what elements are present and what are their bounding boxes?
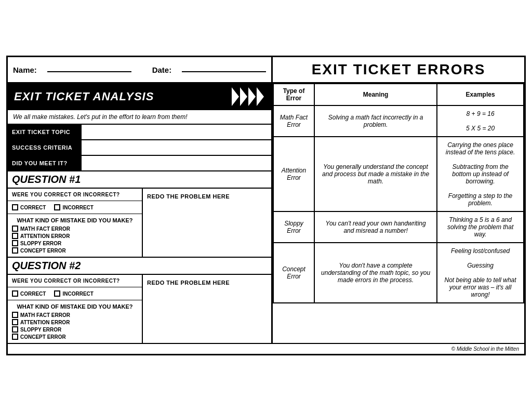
- q2-incorrect-sq: [54, 290, 60, 297]
- q1-correct-checkbox[interactable]: Correct: [12, 204, 46, 210]
- question1-redo[interactable]: Redo the Problem Here: [143, 189, 271, 257]
- table-row: Sloppy Error You can't read your own han…: [273, 211, 524, 243]
- topic-row: Exit Ticket Topic: [8, 125, 271, 140]
- col-meaning: Meaning: [314, 84, 437, 105]
- errors-title: Exit Ticket Errors: [312, 61, 486, 78]
- chevron-3: [248, 87, 256, 106]
- question2-left: Were you correct or incorrect? Correct I…: [8, 275, 143, 343]
- table-row: Attention Error You generally understand…: [273, 137, 524, 211]
- topic-value[interactable]: [81, 125, 271, 139]
- q2-incorrect-text: Incorrect: [62, 291, 93, 297]
- top-row: Name: Date: Exit Ticket Errors: [8, 57, 524, 83]
- q1-mistake-options: Math Fact Error Attention Error Sloppy E…: [12, 226, 138, 254]
- success-row: Success Criteria: [8, 140, 271, 156]
- question2-title: Question #2: [12, 260, 81, 271]
- error-meaning-concept: You don't have a complete understanding …: [314, 243, 437, 303]
- q1-opt-concept-text: Concept Error: [20, 248, 66, 254]
- q1-redo-label: Redo the Problem Here: [147, 193, 230, 200]
- errors-table-header: Type of Error Meaning Examples: [273, 84, 524, 105]
- exit-subtitle: We all make mistakes. Let's put in the e…: [8, 110, 271, 125]
- col-examples: Examples: [437, 84, 524, 105]
- error-examples-attention: Carrying the ones place instead of the t…: [437, 137, 524, 211]
- q1-opt-attention[interactable]: Attention Error: [12, 233, 138, 239]
- q2-mistake-title: What Kind of Mistake Did You Make?: [12, 303, 138, 310]
- q1-incorrect-text: Incorrect: [62, 205, 93, 210]
- q1-correct-sq: [12, 204, 18, 210]
- question1-title: Question #1: [12, 174, 81, 185]
- error-type-attention: Attention Error: [273, 137, 314, 211]
- date-label: Date:: [152, 65, 172, 74]
- q1-correct-text: Correct: [20, 205, 46, 210]
- q2-correct-text: Correct: [20, 291, 46, 297]
- q2-opt-concept-text: Concept Error: [20, 334, 66, 340]
- q2-opt-sloppy[interactable]: Sloppy Error: [12, 326, 138, 333]
- topic-label: Exit Ticket Topic: [8, 125, 81, 139]
- q2-choices-row: Correct Incorrect: [8, 287, 142, 300]
- right-panel: Type of Error Meaning Examples Math Fact…: [273, 83, 524, 343]
- copyright: © Middle School in the Mitten: [451, 346, 519, 352]
- q1-correct-row: Were you correct or incorrect?: [8, 189, 142, 201]
- main-content: Exit Ticket Analysis We all make mistake…: [8, 83, 524, 343]
- chevron-1: [232, 87, 239, 106]
- q2-redo-label: Redo the Problem Here: [147, 280, 230, 286]
- question2-header: Question #2: [8, 258, 271, 275]
- errors-title-section: Exit Ticket Errors: [273, 57, 524, 82]
- error-type-concept: Concept Error: [273, 243, 314, 303]
- q1-mistake-area: What Kind of Mistake Did You Make? Math …: [8, 214, 142, 257]
- q2-opt-sloppy-text: Sloppy Error: [20, 327, 61, 333]
- question1-area: Were you correct or incorrect? Correct I…: [8, 189, 271, 258]
- q1-choices-row: Correct Incorrect: [8, 201, 142, 214]
- q1-correct-label: Were you correct or incorrect?: [12, 192, 120, 197]
- q2-opt-concept[interactable]: Concept Error: [12, 334, 138, 340]
- error-examples-concept: Feeling lost/confusedGuessingNot being a…: [437, 243, 524, 303]
- q2-correct-row: Were you correct or incorrect?: [8, 275, 142, 287]
- q2-incorrect-checkbox[interactable]: Incorrect: [54, 290, 93, 297]
- question2-area: Were you correct or incorrect? Correct I…: [8, 275, 271, 343]
- q1-mistake-title: What Kind of Mistake Did You Make?: [12, 217, 138, 223]
- q2-opt-mathfact[interactable]: Math Fact Error: [12, 312, 138, 318]
- error-type-sloppy: Sloppy Error: [273, 211, 314, 243]
- q1-opt-sloppy-text: Sloppy Error: [20, 241, 61, 246]
- q1-incorrect-checkbox[interactable]: Incorrect: [54, 204, 93, 210]
- q1-opt-sloppy[interactable]: Sloppy Error: [12, 240, 138, 246]
- question2-redo[interactable]: Redo the Problem Here: [143, 275, 271, 343]
- q2-opt-attention-text: Attention Error: [20, 320, 70, 325]
- name-date-section: Name: Date:: [8, 57, 273, 82]
- q2-opt-mathfact-text: Math Fact Error: [20, 312, 70, 318]
- col-type: Type of Error: [273, 84, 314, 105]
- q2-mistake-area: What Kind of Mistake Did You Make? Math …: [8, 300, 142, 343]
- table-row: Math FactError Solving a math fact incor…: [273, 105, 524, 137]
- q2-correct-checkbox[interactable]: Correct: [12, 290, 46, 297]
- error-examples-mathfact: 8 + 9 = 165 X 5 = 20: [437, 105, 524, 137]
- meet-value[interactable]: [81, 156, 271, 170]
- footer: © Middle School in the Mitten: [8, 343, 524, 354]
- exit-analysis-header: Exit Ticket Analysis: [8, 83, 271, 110]
- question1-left: Were you correct or incorrect? Correct I…: [8, 189, 143, 257]
- table-row: Concept Error You don't have a complete …: [273, 243, 524, 303]
- q1-opt-concept[interactable]: Concept Error: [12, 247, 138, 254]
- chevron-arrows: [232, 87, 265, 106]
- error-examples-sloppy: Thinking a 5 is a 6 and solving the prob…: [437, 211, 524, 243]
- question1-header: Question #1: [8, 171, 271, 189]
- chevron-2: [240, 87, 247, 106]
- q2-opt-attention[interactable]: Attention Error: [12, 319, 138, 325]
- error-meaning-sloppy: You can't read your own handwriting and …: [314, 211, 437, 243]
- success-label: Success Criteria: [8, 140, 81, 155]
- chevron-4: [257, 87, 264, 106]
- left-panel: Exit Ticket Analysis We all make mistake…: [8, 83, 273, 343]
- errors-table: Type of Error Meaning Examples Math Fact…: [273, 83, 524, 303]
- error-meaning-attention: You generally understand the concept and…: [314, 137, 437, 211]
- success-value[interactable]: [81, 140, 271, 155]
- q1-opt-attention-text: Attention Error: [20, 233, 70, 239]
- error-type-mathfact: Math FactError: [273, 105, 314, 137]
- q2-correct-sq: [12, 290, 18, 297]
- name-label: Name:: [13, 65, 37, 74]
- q2-mistake-options: Math Fact Error Attention Error Sloppy E…: [12, 312, 138, 340]
- meet-row: Did You Meet It?: [8, 156, 271, 171]
- q1-opt-mathfact[interactable]: Math Fact Error: [12, 226, 138, 232]
- q1-incorrect-sq: [54, 204, 60, 210]
- page: Name: Date: Exit Ticket Errors Exit Tick…: [6, 56, 526, 355]
- meet-label: Did You Meet It?: [8, 156, 81, 170]
- error-meaning-mathfact: Solving a math fact incorrectly in a pro…: [314, 105, 437, 137]
- q1-opt-mathfact-text: Math Fact Error: [20, 226, 70, 232]
